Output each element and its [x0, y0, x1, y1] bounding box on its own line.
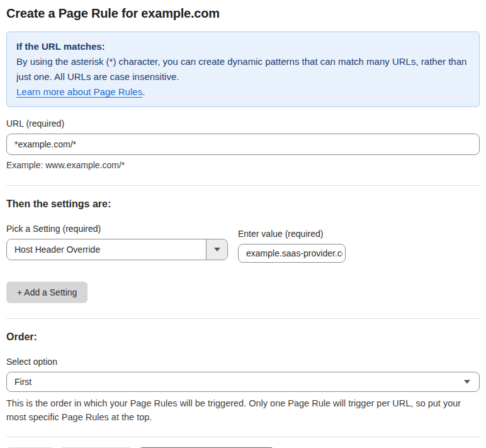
add-setting-button[interactable]: + Add a Setting: [6, 282, 88, 303]
order-select-value: First: [7, 377, 31, 387]
info-link-line: Learn more about Page Rules.: [16, 84, 470, 100]
setting-picker-label: Pick a Setting (required): [6, 224, 228, 234]
url-label: URL (required): [6, 118, 480, 129]
info-box-body: By using the asterisk (*) character, you…: [16, 54, 470, 84]
page-title: Create a Page Rule for example.com: [6, 5, 480, 21]
divider: [6, 185, 480, 186]
order-helper-text: This is the order in which your Page Rul…: [6, 396, 480, 424]
divider: [6, 318, 480, 319]
setting-select[interactable]: Host Header Override: [6, 239, 228, 260]
chevron-down-icon: [214, 248, 220, 251]
url-input[interactable]: [6, 134, 480, 155]
setting-picker-group: Pick a Setting (required) Host Header Ov…: [6, 224, 228, 260]
order-select[interactable]: First: [6, 372, 480, 392]
url-match-info-box: If the URL matches: By using the asteris…: [6, 32, 480, 107]
order-section-heading: Order:: [6, 331, 480, 343]
link-period: .: [142, 86, 145, 97]
setting-value-input[interactable]: [238, 244, 346, 263]
create-page-rule-form: Create a Page Rule for example.com If th…: [0, 0, 486, 448]
learn-more-link[interactable]: Learn more about Page Rules: [16, 86, 142, 97]
settings-row: Pick a Setting (required) Host Header Ov…: [6, 224, 480, 263]
url-field-group: URL (required) Example: www.example.com/…: [6, 118, 480, 170]
setting-value-group: Enter value (required): [238, 224, 346, 263]
chevron-down-icon: [464, 380, 470, 384]
order-select-label: Select option: [6, 357, 480, 367]
enter-value-label: Enter value (required): [238, 229, 346, 239]
setting-select-value: Host Header Override: [7, 244, 100, 255]
settings-section-heading: Then the settings are:: [6, 198, 480, 210]
divider: [6, 437, 480, 437]
url-helper-text: Example: www.example.com/*: [6, 160, 480, 170]
info-box-heading: If the URL matches:: [16, 39, 470, 54]
setting-select-arrow-button[interactable]: [206, 239, 227, 260]
